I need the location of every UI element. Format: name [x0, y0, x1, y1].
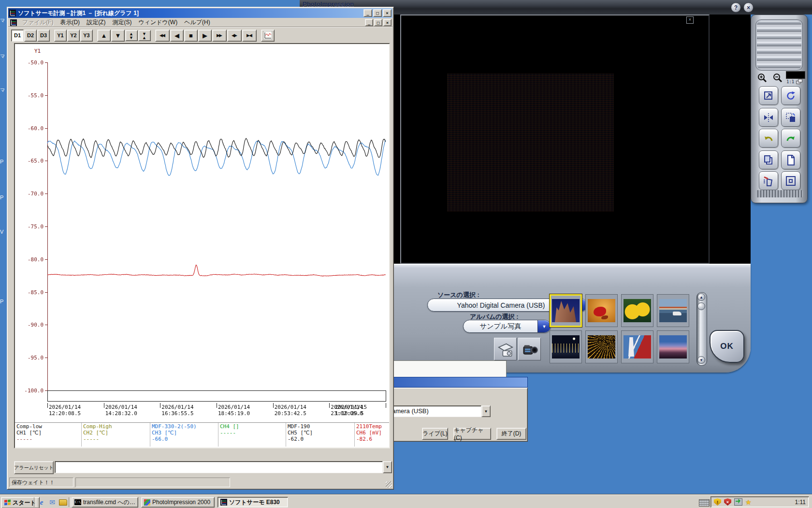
- menu-measure[interactable]: 測定(S): [109, 18, 135, 27]
- menu-settings[interactable]: 設定(Z): [83, 18, 109, 27]
- expand-horizontal-button[interactable]: ◀▶: [227, 30, 242, 42]
- softthermo-titlebar[interactable]: ソフトサーモ計測－計測1 － [折れ線グラフ 1] _ □ ×: [8, 8, 392, 18]
- resize-icon: [763, 90, 774, 102]
- start-label: スタート: [13, 499, 36, 507]
- thumbnail-golden-light-web[interactable]: [585, 330, 618, 363]
- close-image-button[interactable]: [781, 171, 800, 190]
- capture-button[interactable]: キャプチャ(C): [453, 428, 491, 440]
- error-shield-icon[interactable]: ×: [724, 498, 731, 506]
- toggle-d1-button[interactable]: D1: [11, 30, 24, 42]
- toggle-d3-button[interactable]: D3: [37, 30, 50, 42]
- thumbnail-sunset-clouds[interactable]: [657, 330, 689, 363]
- compress-horizontal-button[interactable]: ▶◀: [242, 30, 257, 42]
- expand-vertical-button[interactable]: ▲▼: [125, 30, 138, 41]
- thumbnail-rock-spires[interactable]: [550, 294, 582, 327]
- help-button[interactable]: ?: [731, 2, 741, 13]
- close-button[interactable]: ×: [743, 2, 754, 13]
- line-chart-canvas: [15, 44, 389, 448]
- menu-file[interactable]: ファイル(F): [19, 18, 57, 27]
- stop-button[interactable]: ■: [184, 30, 198, 42]
- close-button[interactable]: ×: [383, 9, 392, 17]
- resize-grip[interactable]: [386, 481, 392, 488]
- legend-channel-5: MDF-190 CH5 [℃] -62.0: [286, 423, 355, 447]
- toggle-y3-button[interactable]: Y3: [80, 30, 93, 42]
- copy-button[interactable]: [759, 150, 778, 169]
- channel-id: CH3 [℃]: [152, 430, 217, 436]
- menu-window[interactable]: ウィンドウ(W): [135, 18, 181, 27]
- quit-button[interactable]: 終了(D): [496, 428, 526, 440]
- chevron-down-icon[interactable]: ▼: [383, 461, 392, 473]
- thumbnail-lighthouse[interactable]: [621, 330, 653, 363]
- thumbnail-harbor-boats[interactable]: [657, 294, 689, 327]
- mdi-minimize-button[interactable]: _: [365, 19, 373, 26]
- palette-drag-handle[interactable]: [755, 19, 803, 71]
- scroll-up-button[interactable]: ▲: [697, 293, 705, 301]
- rotate-button[interactable]: [781, 86, 800, 105]
- keyboard-layout-icon[interactable]: [699, 499, 710, 507]
- zoom-in-button[interactable]: [755, 72, 769, 85]
- paste-button[interactable]: [781, 150, 800, 169]
- legend-channel-4: CH4 [] -----: [218, 423, 286, 447]
- camera-preview-image: [447, 74, 614, 211]
- paste-icon: [785, 154, 797, 166]
- resize-button[interactable]: [759, 86, 778, 105]
- compress-vertical-button[interactable]: ▼▲: [138, 30, 151, 41]
- palette-bottom-grip[interactable]: [755, 190, 803, 197]
- menu-help[interactable]: ヘルプ(H): [181, 18, 214, 27]
- warning-shield-icon[interactable]: !: [714, 498, 721, 506]
- task-label: ソフトサーモ E830: [229, 498, 280, 507]
- scrollbar-thumb[interactable]: [697, 302, 705, 310]
- album-select-dropdown[interactable]: サンプル写真 ▼: [463, 320, 551, 333]
- star-icon[interactable]: ★: [745, 498, 752, 506]
- thumbnail-yellow-flowers[interactable]: [621, 294, 653, 327]
- zoom-out-button[interactable]: [770, 72, 785, 85]
- channel-name: MDF-330-2(-50): [152, 423, 217, 430]
- toggle-y2-button[interactable]: Y2: [67, 30, 80, 42]
- mdi-restore-button[interactable]: □: [374, 19, 382, 26]
- channel-value: -----: [220, 430, 284, 436]
- step-back-button[interactable]: ◀: [170, 30, 184, 42]
- toggle-d2-button[interactable]: D2: [24, 30, 37, 42]
- scroll-down-button[interactable]: ▼: [697, 356, 705, 364]
- acquire-video-camera-button[interactable]: [518, 338, 541, 360]
- step-forward-button[interactable]: ▶: [198, 30, 212, 42]
- redo-button[interactable]: [781, 129, 800, 148]
- rotate-icon: [785, 90, 797, 102]
- thumbnail-cardinal-bird[interactable]: [585, 294, 618, 327]
- chevron-down-icon[interactable]: ▼: [537, 320, 551, 332]
- acquire-scanner-camera-button[interactable]: [494, 338, 517, 360]
- flip-horizontal-button[interactable]: [759, 108, 778, 127]
- graph-setup-button[interactable]: [261, 30, 275, 42]
- softthermo-window: ソフトサーモ計測－計測1 － [折れ線グラフ 1] _ □ × ファイル(F) …: [7, 7, 394, 490]
- alarm-combobox[interactable]: ▼: [55, 461, 392, 473]
- mdi-close-button[interactable]: ×: [383, 19, 392, 26]
- crop-rotate-button[interactable]: [781, 108, 800, 127]
- quicklaunch-ie-button[interactable]: e: [37, 498, 46, 507]
- taskbar-divider: [34, 497, 36, 507]
- rewind-button[interactable]: ◀◀: [155, 30, 170, 42]
- delete-button[interactable]: [759, 171, 778, 190]
- menu-view[interactable]: 表示(D): [57, 18, 83, 27]
- preview-close-icon[interactable]: ×: [686, 16, 694, 24]
- scroll-down-button[interactable]: ▼: [111, 30, 125, 42]
- thumbnail-scrollbar[interactable]: ▲ ▼: [696, 292, 707, 366]
- chevron-down-icon[interactable]: ▼: [481, 405, 491, 417]
- cascade-windows-icon[interactable]: [796, 79, 803, 85]
- scroll-up-button[interactable]: ▲: [97, 30, 111, 42]
- thumbnail-night-city[interactable]: [550, 330, 582, 363]
- quicklaunch-mail-button[interactable]: ✉: [47, 498, 57, 507]
- task-softthermo-button[interactable]: ソフトサーモ E830: [218, 497, 288, 508]
- toggle-y1-button[interactable]: Y1: [54, 30, 67, 42]
- task-transfile-button[interactable]: C:\ transfile.cmd へのショート...: [72, 497, 138, 508]
- live-button[interactable]: ライブ(L): [422, 428, 448, 440]
- maximize-button[interactable]: □: [373, 9, 382, 17]
- legend-channel-6: 2110Temp CH6 [mV] -82.6: [355, 423, 389, 447]
- hardware-eject-icon[interactable]: [734, 498, 742, 506]
- quicklaunch-folder-button[interactable]: [58, 498, 68, 507]
- alarm-reset-button[interactable]: アラームリセット: [14, 461, 54, 474]
- minimize-button[interactable]: _: [363, 9, 372, 17]
- undo-button[interactable]: [759, 129, 778, 148]
- zoom-display: [786, 71, 805, 79]
- task-photoimpression-button[interactable]: PhotoImpression 2000: [141, 497, 215, 508]
- fast-forward-button[interactable]: ▶▶: [212, 30, 227, 42]
